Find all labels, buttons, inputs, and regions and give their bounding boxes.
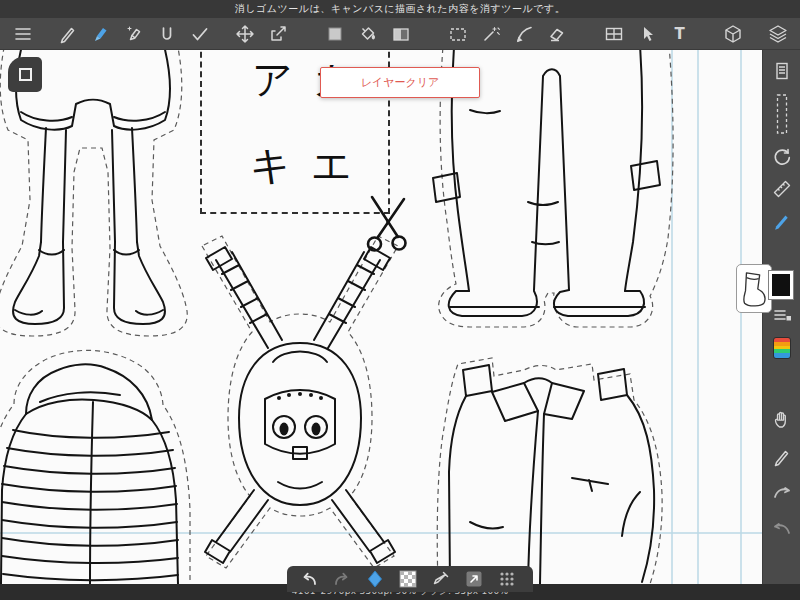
- dashed-selection-icon[interactable]: [763, 92, 800, 136]
- layer-clear-button[interactable]: レイヤークリア: [320, 67, 480, 98]
- canvas[interactable]: アカ キエ レイヤークリア: [0, 50, 762, 584]
- eyedropper-icon[interactable]: [429, 567, 453, 591]
- hand-icon[interactable]: [763, 408, 800, 430]
- right-sidebar: [762, 50, 800, 584]
- blue-pen-icon[interactable]: [763, 210, 800, 232]
- pen-icon[interactable]: [51, 20, 84, 48]
- rotate-reset-icon[interactable]: [763, 146, 800, 168]
- katakana-line2: キエ: [250, 138, 372, 193]
- redo-icon[interactable]: [330, 567, 354, 591]
- text-tool-label: T: [674, 25, 684, 43]
- pen-curve-icon[interactable]: [507, 20, 540, 48]
- brush-tip-diamond-icon[interactable]: [363, 567, 387, 591]
- brush-check-icon[interactable]: [183, 20, 216, 48]
- undo-icon[interactable]: [297, 567, 321, 591]
- black-color-swatch[interactable]: [769, 271, 793, 299]
- notification-text: 消しゴムツールは、キャンバスに描画された内容を消すツールです。: [235, 2, 565, 16]
- share-icon[interactable]: [261, 20, 294, 48]
- curve-u-icon[interactable]: [150, 20, 183, 48]
- move-icon[interactable]: [228, 20, 261, 48]
- select-rect-icon[interactable]: [441, 20, 474, 48]
- panel-lines-icon[interactable]: [763, 60, 800, 82]
- boot-preview[interactable]: [736, 264, 772, 313]
- layers-icon[interactable]: [761, 20, 794, 48]
- wand-icon[interactable]: [474, 20, 507, 48]
- backpack-drawing: [202, 236, 398, 568]
- bottom-toolbar: [287, 566, 533, 592]
- cube-icon[interactable]: [716, 20, 749, 48]
- jacket-drawing: [0, 350, 190, 584]
- color-swatch[interactable]: [318, 20, 351, 48]
- eraser-wedge-icon[interactable]: [540, 20, 573, 48]
- gradient-icon[interactable]: [384, 20, 417, 48]
- bucket-icon[interactable]: [351, 20, 384, 48]
- eraser-icon[interactable]: [84, 20, 117, 48]
- text-tool[interactable]: T: [663, 20, 696, 48]
- canvas-corner-button[interactable]: [8, 57, 42, 92]
- grid-panel-icon[interactable]: [597, 20, 630, 48]
- redo-swoosh-icon[interactable]: [763, 482, 800, 504]
- corner-square-icon: [19, 68, 32, 81]
- transparency-checker-icon[interactable]: [396, 567, 420, 591]
- shirt-drawing: [437, 358, 662, 584]
- undo-swoosh-icon[interactable]: [763, 518, 800, 540]
- menu-icon[interactable]: [6, 20, 39, 48]
- export-square-icon[interactable]: [462, 567, 486, 591]
- rainbow-palette-icon[interactable]: [763, 337, 800, 359]
- cursor-icon[interactable]: [630, 20, 663, 48]
- legs-drawing: [0, 50, 187, 336]
- notification-bar: 消しゴムツールは、キャンバスに描画された内容を消すツールです。: [0, 0, 800, 18]
- drag-dots-handle[interactable]: [495, 567, 519, 591]
- ruler-icon[interactable]: [763, 178, 800, 200]
- eraser-clean-icon[interactable]: [117, 20, 150, 48]
- sidebar-pen-icon[interactable]: [763, 446, 800, 468]
- top-toolbar: T: [0, 18, 800, 50]
- paint-app-window: 消しゴムツールは、キャンバスに描画された内容を消すツールです。: [0, 0, 800, 600]
